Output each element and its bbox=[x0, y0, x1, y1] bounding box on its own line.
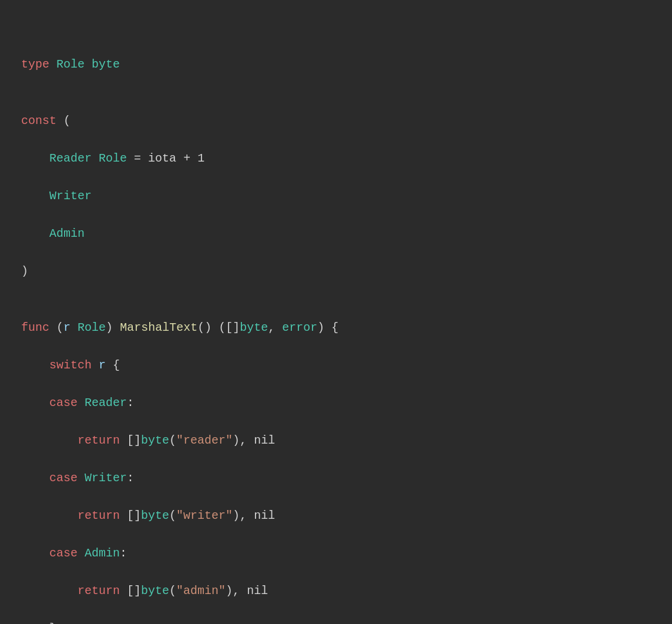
line-15: case Admin: bbox=[21, 544, 651, 563]
open-paren: ( bbox=[63, 114, 70, 128]
number-1: 1 bbox=[197, 152, 204, 165]
type-error: error bbox=[282, 321, 317, 334]
byte-writer: byte bbox=[141, 509, 169, 522]
line-3: const ( bbox=[21, 112, 651, 130]
keyword-switch: switch bbox=[49, 358, 92, 372]
str-reader: "reader" bbox=[176, 434, 233, 447]
keyword-case-1: case bbox=[49, 396, 78, 410]
const-writer: Writer bbox=[49, 189, 92, 203]
keyword-case-3: case bbox=[49, 546, 78, 560]
line-1: type Role byte bbox=[21, 55, 651, 74]
type-role: Role bbox=[56, 58, 85, 71]
case-reader: Reader bbox=[85, 396, 127, 410]
keyword-type: type bbox=[21, 58, 49, 71]
keyword-func-1: func bbox=[21, 321, 49, 334]
line-14: return []byte("writer"), nil bbox=[21, 506, 651, 525]
keyword-return-1: return bbox=[78, 434, 120, 447]
line-12: return []byte("reader"), nil bbox=[21, 431, 651, 450]
close-paren: ) bbox=[21, 264, 28, 278]
line-11: case Reader: bbox=[21, 394, 651, 412]
nil-2: nil bbox=[254, 509, 275, 522]
str-writer: "writer" bbox=[176, 509, 233, 522]
nil-3: nil bbox=[247, 584, 268, 598]
case-writer: Writer bbox=[85, 471, 127, 485]
case-admin: Admin bbox=[85, 546, 120, 560]
code-editor: type Role byte const ( Reader Role = iot… bbox=[21, 18, 651, 624]
byte-admin: byte bbox=[141, 584, 169, 598]
param-r-switch: r bbox=[99, 358, 106, 372]
keyword-return-2: return bbox=[78, 509, 120, 522]
type-role-ref: Role bbox=[99, 152, 127, 165]
str-admin: "admin" bbox=[176, 584, 226, 598]
type-byte: byte bbox=[92, 58, 120, 71]
const-admin: Admin bbox=[49, 227, 85, 240]
type-role-recv: Role bbox=[78, 321, 106, 334]
param-r: r bbox=[63, 321, 70, 334]
type-byte-ret: byte bbox=[240, 321, 268, 334]
line-13: case Writer: bbox=[21, 469, 651, 488]
byte-reader: byte bbox=[141, 434, 169, 447]
keyword-case-2: case bbox=[49, 471, 78, 485]
nil-1: nil bbox=[254, 434, 275, 447]
func-marshaltext: MarshalText bbox=[120, 321, 197, 334]
line-9: func (r Role) MarshalText() ([]byte, err… bbox=[21, 318, 651, 337]
line-5: Writer bbox=[21, 187, 651, 206]
line-16: return []byte("admin"), nil bbox=[21, 582, 651, 600]
close-brace-switch: } bbox=[49, 622, 56, 624]
line-4: Reader Role = iota + 1 bbox=[21, 149, 651, 168]
const-reader: Reader bbox=[49, 152, 92, 165]
line-7: ) bbox=[21, 262, 651, 281]
keyword-return-3: return bbox=[78, 584, 120, 598]
line-6: Admin bbox=[21, 224, 651, 243]
line-10: switch r { bbox=[21, 356, 651, 375]
line-17: } bbox=[21, 619, 651, 624]
keyword-const: const bbox=[21, 114, 56, 128]
builtin-iota: iota bbox=[148, 152, 176, 165]
